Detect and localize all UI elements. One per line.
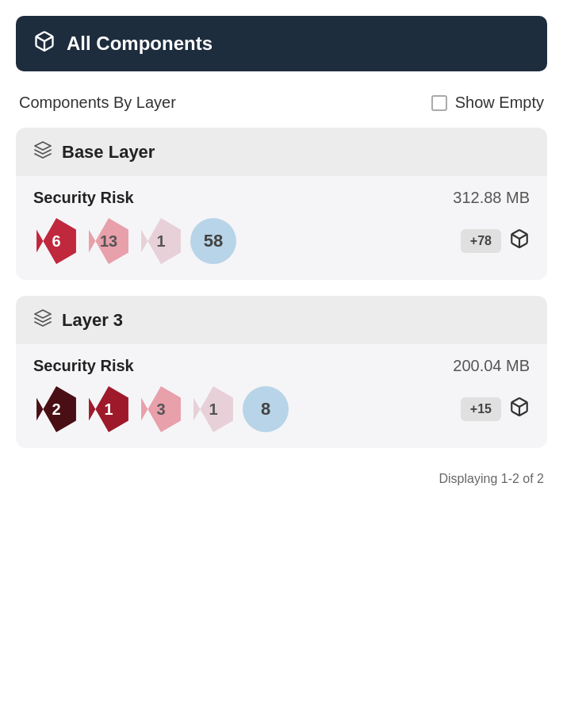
base-layer-badges-left: 6 13 1 58 <box>33 218 453 264</box>
base-layer-badges-row: 6 13 1 58 +78 <box>33 218 530 264</box>
base-layer-badge-0[interactable]: 6 <box>33 218 79 264</box>
layer3-badge-2[interactable]: 3 <box>138 386 184 432</box>
footer-displaying: Displaying 1-2 of 2 <box>0 464 563 486</box>
layer3-risk-row: Security Risk 200.04 MB <box>33 357 530 375</box>
displaying-text: Displaying 1-2 of 2 <box>439 472 544 485</box>
layer3-badge-0[interactable]: 2 <box>33 386 79 432</box>
layer3-badge-4[interactable]: 8 <box>243 386 289 432</box>
layer3-component-icon[interactable] <box>509 397 530 422</box>
base-layer-body: Security Risk 312.88 MB 6 13 1 58 +78 <box>16 176 547 264</box>
show-empty-group: Show Empty <box>431 94 544 112</box>
base-layer-risk-size: 312.88 MB <box>453 189 530 207</box>
base-layer-title: Base Layer <box>62 142 155 163</box>
layer3-badge-1[interactable]: 1 <box>86 386 132 432</box>
layer3-plus-badge[interactable]: +15 <box>461 397 501 421</box>
header-box-icon <box>33 30 56 57</box>
base-layer-card: Base Layer Security Risk 312.88 MB 6 13 … <box>16 128 547 280</box>
layer3-badges-left: 2 1 3 1 8 <box>33 386 453 432</box>
show-empty-label: Show Empty <box>455 94 544 112</box>
base-layer-risk-row: Security Risk 312.88 MB <box>33 189 530 207</box>
base-layer-badge-3[interactable]: 58 <box>190 218 236 264</box>
layer3-risk-label: Security Risk <box>33 357 134 375</box>
layer3-badges-right: +15 <box>461 397 530 422</box>
base-layer-badge-2[interactable]: 1 <box>138 218 184 264</box>
page-title: All Components <box>67 33 213 55</box>
page-header: All Components <box>16 16 547 71</box>
base-layer-badges-right: +78 <box>461 228 530 254</box>
base-layer-plus-badge[interactable]: +78 <box>461 229 501 253</box>
layer3-badge-3[interactable]: 1 <box>190 386 236 432</box>
controls-label: Components By Layer <box>19 94 176 112</box>
layer3-card-header: Layer 3 <box>16 296 547 344</box>
base-layer-card-header: Base Layer <box>16 128 547 176</box>
layer3-card: Layer 3 Security Risk 200.04 MB 2 1 3 1 … <box>16 296 547 448</box>
base-layer-component-icon[interactable] <box>509 228 530 254</box>
layer3-risk-size: 200.04 MB <box>453 357 530 375</box>
layer3-badges-row: 2 1 3 1 8 +15 <box>33 386 530 432</box>
layers-icon <box>33 140 52 163</box>
layer3-title: Layer 3 <box>62 310 123 331</box>
svg-marker-1 <box>35 142 51 150</box>
layer3-body: Security Risk 200.04 MB 2 1 3 1 8 +15 <box>16 344 547 432</box>
show-empty-checkbox[interactable] <box>431 95 447 111</box>
base-layer-badge-1[interactable]: 13 <box>86 218 132 264</box>
controls-bar: Components By Layer Show Empty <box>0 71 563 128</box>
layer3-layers-icon <box>33 308 52 331</box>
base-layer-risk-label: Security Risk <box>33 189 134 207</box>
svg-marker-3 <box>35 310 51 318</box>
